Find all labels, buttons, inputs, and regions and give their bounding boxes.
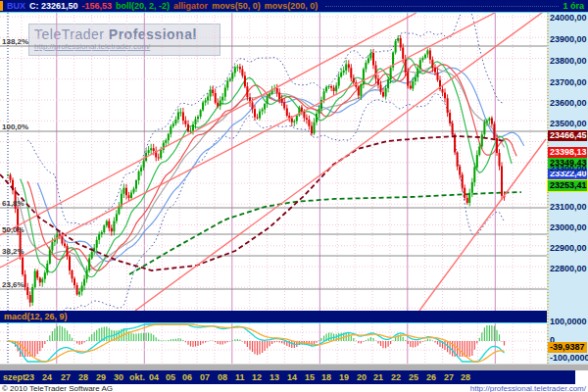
date-label: 28: [461, 371, 470, 384]
price-tick: 23100,00: [550, 202, 588, 213]
date-label: 27: [444, 371, 454, 384]
macd-signal-highlight: -39,9387: [548, 342, 587, 353]
chart-canvas[interactable]: [0, 0, 588, 392]
macd-axis-tick: 100,0000: [550, 317, 588, 326]
fib-level-label: 138,2%: [2, 37, 43, 47]
date-label: 30: [114, 371, 123, 384]
price-tick-overlay: 23300,00: [550, 164, 588, 174]
price-highlight-label: 23253,41: [548, 180, 587, 191]
price-tick: 23700,00: [550, 77, 588, 88]
date-label: okt.: [129, 371, 145, 384]
date-label: 07: [200, 371, 210, 384]
date-label: 12: [252, 371, 262, 384]
teletrader-chart-window: BUX C: 23261,50 -156,53 boll(20, 2, -2) …: [0, 0, 588, 392]
date-label: 04: [149, 371, 159, 384]
date-label: 23: [24, 371, 34, 384]
date-label: 20: [357, 371, 367, 384]
price-tick: 23600,00: [550, 98, 588, 109]
price-tick: 23900,00: [550, 34, 588, 45]
date-label: 06: [182, 371, 192, 384]
date-label: 21: [373, 371, 383, 384]
price-tick: 23500,00: [550, 119, 588, 129]
price-highlight-label: 23398,13: [548, 147, 587, 158]
date-label: 19: [339, 371, 349, 384]
date-label: 22: [391, 371, 401, 384]
price-tick: 23000,00: [550, 222, 588, 233]
date-label: 24: [42, 371, 52, 384]
date-label: 29: [96, 371, 106, 384]
date-label: 25: [409, 371, 418, 384]
date-label: 18: [321, 371, 331, 384]
fib-level-label: 38,2%: [2, 247, 43, 257]
fib-level-label: 50,0%: [2, 225, 43, 235]
fib-level-label: 100,0%: [2, 122, 43, 132]
macd-axis-tick: -100,0000: [550, 353, 588, 363]
date-label: 27: [61, 371, 71, 384]
date-label: 11: [235, 371, 245, 384]
date-label: 08: [218, 371, 227, 384]
fib-level-label: 61,8%: [2, 199, 43, 209]
price-tick: 24000,00: [550, 13, 588, 24]
date-label: 15: [305, 371, 315, 384]
date-label: 05: [166, 371, 175, 384]
fib-level-label: 23,6%: [2, 280, 43, 290]
price-tick: 23800,00: [550, 56, 588, 67]
date-label: 28: [78, 371, 88, 384]
price-tick: 22800,00: [550, 264, 588, 274]
date-label: 14: [287, 371, 297, 384]
price-tick: 22900,00: [550, 243, 588, 254]
date-label: 13: [270, 371, 279, 384]
date-label: 26: [426, 371, 436, 384]
price-highlight-label: 23466,45: [548, 130, 587, 141]
